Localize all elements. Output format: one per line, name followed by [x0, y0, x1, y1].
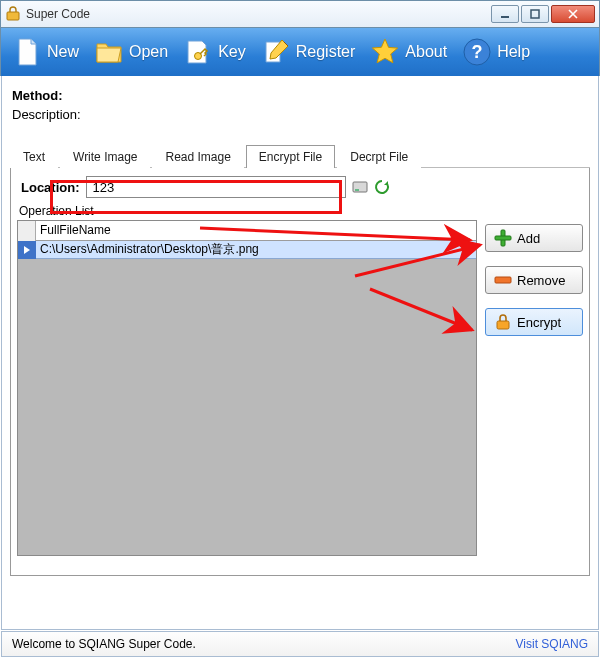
- help-button[interactable]: ? Help: [457, 32, 538, 72]
- svg-rect-7: [355, 189, 359, 191]
- svg-rect-9: [495, 236, 511, 240]
- status-text: Welcome to SQIANG Super Code.: [12, 637, 196, 651]
- description-label: Description:: [12, 107, 81, 122]
- minus-icon: [494, 271, 512, 289]
- cell-fullfilename: C:\Users\Administrator\Desktop\普京.png: [36, 241, 259, 258]
- column-fullfilename: FullFileName: [40, 223, 111, 237]
- encrypt-label: Encrypt: [517, 315, 561, 330]
- window-title: Super Code: [26, 7, 489, 21]
- title-bar: Super Code: [0, 0, 600, 28]
- visit-link[interactable]: Visit SQIANG: [516, 637, 588, 651]
- browse-disk-icon[interactable]: [352, 179, 368, 195]
- location-input[interactable]: [86, 176, 346, 198]
- help-label: Help: [497, 43, 530, 61]
- maximize-button[interactable]: [521, 5, 549, 23]
- svg-rect-0: [7, 12, 19, 20]
- about-button[interactable]: About: [365, 32, 455, 72]
- open-label: Open: [129, 43, 168, 61]
- key-icon: [182, 36, 214, 68]
- operation-list-grid[interactable]: FullFileName C:\Users\Administrator\Desk…: [17, 220, 477, 556]
- add-label: Add: [517, 231, 540, 246]
- key-button[interactable]: Key: [178, 32, 254, 72]
- tab-decrypt-file[interactable]: Decrpt File: [337, 145, 421, 168]
- status-bar: Welcome to SQIANG Super Code. Visit SQIA…: [1, 631, 599, 657]
- encrypt-button[interactable]: Encrypt: [485, 308, 583, 336]
- svg-rect-2: [531, 10, 539, 18]
- remove-button[interactable]: Remove: [485, 266, 583, 294]
- method-label: Method:: [12, 88, 63, 103]
- content-area: Method: Description: Text Write Image Re…: [1, 76, 599, 630]
- tab-strip: Text Write Image Read Image Encrypt File…: [10, 144, 590, 168]
- refresh-icon[interactable]: [374, 179, 390, 195]
- svg-rect-11: [497, 321, 509, 329]
- new-label: New: [47, 43, 79, 61]
- register-label: Register: [296, 43, 356, 61]
- new-button[interactable]: New: [7, 32, 87, 72]
- about-label: About: [405, 43, 447, 61]
- folder-icon: [93, 36, 125, 68]
- close-button[interactable]: [551, 5, 595, 23]
- remove-label: Remove: [517, 273, 565, 288]
- register-button[interactable]: Register: [256, 32, 364, 72]
- tab-read-image[interactable]: Read Image: [152, 145, 243, 168]
- table-row[interactable]: C:\Users\Administrator\Desktop\普京.png: [18, 241, 476, 259]
- svg-rect-10: [495, 277, 511, 283]
- tab-encrypt-file[interactable]: Encrypt File: [246, 145, 335, 168]
- tab-text[interactable]: Text: [10, 145, 58, 168]
- open-button[interactable]: Open: [89, 32, 176, 72]
- svg-text:?: ?: [472, 42, 483, 62]
- register-pencil-icon: [260, 36, 292, 68]
- grid-header[interactable]: FullFileName: [18, 221, 476, 241]
- help-icon: ?: [461, 36, 493, 68]
- minimize-button[interactable]: [491, 5, 519, 23]
- lock-icon: [494, 313, 512, 331]
- plus-icon: [494, 229, 512, 247]
- new-document-icon: [11, 36, 43, 68]
- encrypt-file-panel: Location: Operation List FullFileName C:…: [10, 168, 590, 576]
- row-selector-icon: [18, 241, 36, 259]
- key-label: Key: [218, 43, 246, 61]
- location-label: Location:: [21, 180, 80, 195]
- svg-rect-1: [501, 16, 509, 18]
- add-button[interactable]: Add: [485, 224, 583, 252]
- star-icon: [369, 36, 401, 68]
- app-icon: [5, 6, 21, 22]
- tab-write-image[interactable]: Write Image: [60, 145, 150, 168]
- main-toolbar: New Open Key Register About ? Help: [0, 28, 600, 76]
- operation-list-label: Operation List: [19, 204, 583, 218]
